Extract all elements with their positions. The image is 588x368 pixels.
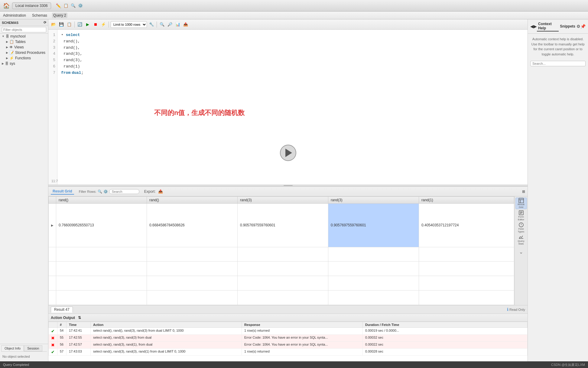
refresh-btn[interactable]: 🔄 — [76, 21, 83, 28]
wrap-icon[interactable]: ⊞ — [522, 189, 525, 194]
new-query-icon[interactable]: ✏️ — [56, 3, 61, 8]
num-55: 55 — [57, 335, 67, 342]
th-response: Response — [242, 322, 363, 328]
query-stats-icon[interactable]: QueryStats — [515, 234, 527, 245]
limit-select[interactable]: Limit to 1000 rows — [111, 21, 147, 28]
code-line-7: from dual; — [61, 70, 524, 76]
cell-rand5[interactable]: 0.40540353712197724 — [419, 204, 514, 247]
tables-item[interactable]: ▶ 📋 Tables — [4, 39, 48, 44]
export-btn[interactable]: 📤 — [182, 21, 189, 28]
views-item[interactable]: ▶ 👁 Views — [4, 44, 48, 50]
zoom-in-btn[interactable]: 🔎 — [167, 21, 173, 28]
th-rand1[interactable]: rand() — [56, 197, 147, 204]
cell-rand3[interactable]: 0.9057697559760601 — [238, 204, 328, 247]
arrow-icon: ▶ — [2, 62, 4, 65]
prev-btn[interactable]: ◀ — [530, 24, 534, 29]
save-script-btn[interactable]: 📋 — [66, 21, 73, 28]
filter-rows-input[interactable] — [109, 189, 139, 194]
query-toolbar: 📂 💾 📋 🔄 ▶ ⏹ ⚡ Limit to 1000 rows 🔧 🔍 🔎 📊… — [48, 19, 528, 30]
export-icon[interactable]: 📤 — [158, 189, 163, 194]
pin-icon[interactable]: 📌 — [580, 24, 586, 29]
result-grid-label: ResultGrid — [518, 203, 525, 209]
th-rand4[interactable]: rand(3) — [328, 197, 419, 204]
sp-label: Stored Procedures — [15, 51, 45, 55]
code-editor[interactable]: 1 2 3 4 5 6 7 • select rand(), — [48, 30, 528, 185]
save-btn[interactable]: 💾 — [58, 21, 65, 28]
obj-info-tab[interactable]: Object Info — [1, 345, 24, 351]
watermark: CSDN @生如夏花LXM — [551, 363, 585, 367]
scroll-down-icon[interactable]: ⌄ — [515, 246, 527, 258]
menu-schemas[interactable]: Schemas — [31, 13, 48, 18]
run-btn[interactable]: ▶ — [84, 21, 91, 28]
home-icon[interactable]: 🏠 — [3, 2, 10, 9]
toolbar-icon-3[interactable]: ⚙️ — [78, 3, 83, 8]
filter-input[interactable] — [2, 27, 46, 32]
status-54: ✔ — [49, 328, 57, 335]
open-file-btn[interactable]: 📂 — [50, 21, 57, 28]
code-content[interactable]: • select rand(), rand(), rand(3), — [57, 30, 528, 185]
stop-btn[interactable]: ⏹ — [92, 21, 99, 28]
empty-row-4 — [49, 291, 514, 305]
functions-item[interactable]: ▶ ⚡ Functions — [4, 55, 48, 61]
cell-rand1[interactable]: 0.7660099526550713 — [56, 204, 147, 247]
play-button[interactable] — [280, 145, 296, 161]
arrow-icon: ▶ — [6, 40, 8, 43]
line-num-4: 4 — [48, 51, 55, 57]
toggle-btn[interactable]: 🔧 — [148, 21, 155, 28]
context-panel: ◀ ▶ Context Help Snippets ⚙ 📌 Automatic … — [528, 19, 588, 368]
info-icon: ℹ — [507, 307, 508, 312]
code-line-1: • select — [61, 32, 524, 38]
action-output-label: Action Output — [51, 316, 75, 320]
rand-call-2: rand(), — [63, 45, 80, 51]
explain-btn[interactable]: ⚡ — [100, 21, 107, 28]
stored-procedures-item[interactable]: ▶ 📝 Stored Procedures — [4, 50, 48, 55]
toolbar-icon-1[interactable]: 📋 — [63, 3, 68, 8]
th-rand2[interactable]: rand() — [147, 197, 238, 204]
schema-name: myschool — [10, 34, 26, 38]
export-label: Export: — [144, 189, 156, 194]
result-47-tab[interactable]: Result 47 — [51, 307, 73, 313]
snippets-tab[interactable]: Snippets — [559, 24, 577, 29]
sort-icon[interactable]: ⇅ — [78, 316, 81, 320]
settings-icon[interactable]: ⚙ — [577, 24, 580, 29]
chart-btn[interactable]: 📊 — [174, 21, 181, 28]
time-57: 17:43:03 — [67, 349, 91, 356]
line-numbers: 1 2 3 4 5 6 7 — [48, 30, 57, 185]
schemas-toggle-icon[interactable]: ⟳ — [44, 21, 46, 25]
result-grid-tab[interactable]: Result Grid — [51, 189, 74, 195]
center-area: 📂 💾 📋 🔄 ▶ ⏹ ⚡ Limit to 1000 rows 🔧 🔍 🔎 📊… — [48, 19, 528, 368]
row-arrow: ▶ — [49, 204, 56, 247]
menu-administration[interactable]: Administration — [2, 13, 27, 18]
code-line-5: rand(3), — [61, 57, 524, 64]
cell-rand4-selected[interactable]: 0.9057697559760601 — [328, 204, 419, 247]
context-help-tab[interactable]: Context Help — [537, 21, 559, 31]
time-56: 17:42:57 — [67, 342, 91, 349]
filter-options-icon: ⚙️ — [103, 189, 108, 194]
session-tab[interactable]: Session — [24, 345, 42, 351]
schema-icon: 🗄 — [6, 34, 9, 38]
context-search-input[interactable] — [530, 61, 586, 66]
field-types-icon[interactable]: FieldTypes — [515, 222, 527, 233]
next-btn[interactable]: ▶ — [534, 24, 537, 29]
schemas-header: SCHEMAS ⟳ — [0, 19, 48, 26]
action-row-57: ✔ 57 17:43:03 select rand(), rand(3), ra… — [49, 349, 528, 356]
form-editor-icon[interactable]: FormEditor — [515, 210, 527, 221]
result-grid-icon[interactable]: ResultGrid — [515, 198, 527, 209]
th-rand3[interactable]: rand(3) — [238, 197, 328, 204]
action-data-table: # Time Action Response Duration / Fetch … — [48, 322, 528, 356]
instance-tab[interactable]: Local instance 3306 — [12, 2, 51, 9]
schema-myschool[interactable]: ▼ 🗄 myschool — [0, 34, 48, 39]
search-btn[interactable]: 🔍 — [159, 21, 165, 28]
svg-rect-0 — [519, 198, 523, 203]
toolbar-icon-2[interactable]: 🔍 — [71, 3, 76, 8]
sep3 — [157, 21, 157, 28]
play-button-area — [280, 145, 296, 161]
schema-sys[interactable]: ▶ 🗄 sys — [0, 61, 48, 66]
cell-rand2[interactable]: 0.6684586784508626 — [147, 204, 238, 247]
myschool-children: ▶ 📋 Tables ▶ 👁 Views ▶ 📝 Stored Procedur… — [0, 39, 48, 61]
table-row: ▶ 0.7660099526550713 0.6684586784508626 … — [49, 204, 514, 247]
menu-query2[interactable]: Query 2 — [52, 13, 67, 18]
th-rand5[interactable]: rand(1) — [419, 197, 514, 204]
bottom-bar: Query Completed CSDN @生如夏花LXM — [0, 361, 588, 368]
menubar: Administration Schemas Query 2 — [0, 12, 588, 19]
